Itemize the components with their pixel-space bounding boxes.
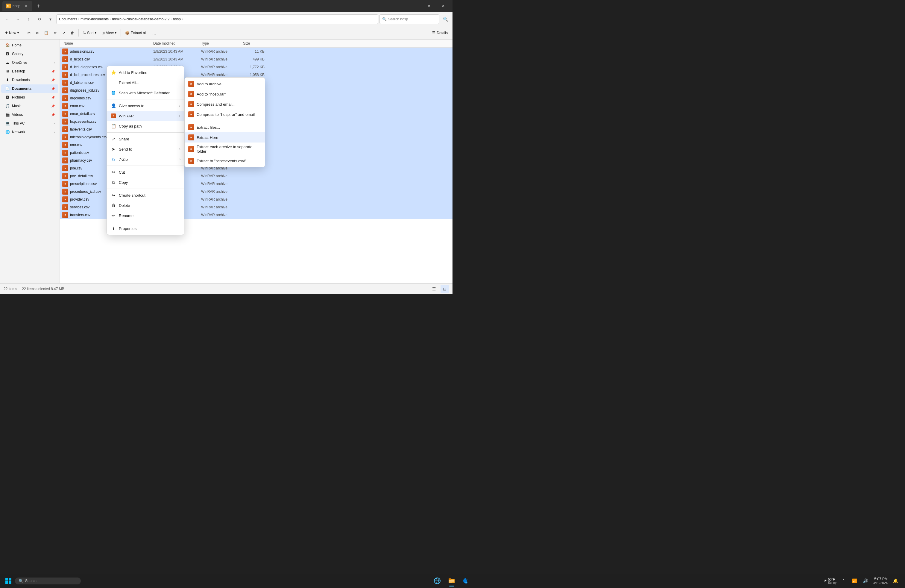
toolbar-separator-3 [121,29,121,37]
new-button[interactable]: ✚ New ▾ [2,28,21,38]
ctx-copy-path[interactable]: 📋 Copy as path [107,121,184,131]
tab-close-button[interactable]: ✕ [23,3,29,9]
list-view-button[interactable]: ☰ [430,285,438,293]
delete-button[interactable]: 🗑 [68,28,76,38]
table-row[interactable]: R admissions.csv 1/9/2023 10:43 AM WinRA… [60,48,452,56]
music-icon: 🎵 [5,103,10,109]
header-size: Size [242,41,266,46]
active-tab[interactable]: R hosp ✕ [2,1,32,11]
up-button[interactable]: ↑ [24,14,33,24]
file-name: emar_detail.csv [70,112,95,116]
sidebar-item-thispc[interactable]: 💻 This PC › [1,119,58,127]
details-label: Details [437,31,448,35]
delete-icon: 🗑 [71,31,74,35]
add-archive-icon: R [188,81,194,87]
new-dropdown-icon: ▾ [17,31,19,35]
new-tab-button[interactable]: + [33,1,43,11]
ctx-add-favorites[interactable]: ⭐ Add to Favorites [107,67,184,78]
close-button[interactable]: ✕ [437,1,450,11]
sub-add-archive[interactable]: R Add to archive... [185,79,265,89]
forward-button[interactable]: → [13,14,23,24]
details-button[interactable]: ☰ Details [430,28,450,38]
ctx-send-to[interactable]: ➤ Send to › [107,144,184,154]
extract-files-icon: R [188,124,194,130]
winrar-ctx-icon: R [110,113,116,119]
ctx-properties[interactable]: ℹ Properties [107,223,184,234]
header-date: Date modified [152,41,200,46]
view-dropdown-icon: ▾ [115,31,116,35]
restore-button[interactable]: ⧉ [422,1,436,11]
winrar-submenu: R Add to archive... R Add to "hosp.rar" … [184,77,265,167]
extract-button[interactable]: 📦 Extract all [123,28,149,38]
ctx-winrar[interactable]: R WinRAR › [107,111,184,121]
ctx-winrar-label: WinRAR [119,114,134,118]
ctx-extract-all[interactable]: Extract All... [107,78,184,88]
breadcrumb[interactable]: Documents › mimic-documents › mimic-iv-c… [56,14,378,24]
view-label: View [106,31,114,35]
sidebar-item-documents[interactable]: 📄 Documents 📌 [1,84,58,93]
sidebar-item-onedrive[interactable]: ☁ OneDrive › [1,58,58,67]
file-name: d_hcpcs.csv [70,57,90,61]
ctx-rename[interactable]: ✏ Rename [107,210,184,221]
sidebar-item-music[interactable]: 🎵 Music 📌 [1,102,58,110]
cut-button[interactable]: ✂ [25,28,33,38]
breadcrumb-mimic-documents[interactable]: mimic-documents [81,17,109,21]
search-button[interactable]: 🔍 [441,14,450,24]
breadcrumb-sep-4: › [182,17,183,21]
sub-sep-1 [185,121,265,121]
share-button[interactable]: ↗ [60,28,68,38]
rar-icon: R [62,150,68,156]
sidebar-item-videos[interactable]: 🎬 Videos 📌 [1,110,58,119]
minimize-button[interactable]: ─ [408,1,421,11]
file-size [242,215,266,216]
copy-button[interactable]: ⧉ [33,28,41,38]
refresh-button[interactable]: ↻ [35,14,44,24]
sub-compress-hosp-email[interactable]: R Compress to "hosp.rar" and email [185,109,265,119]
sub-extract-separate[interactable]: R Extract each archive to separate folde… [185,143,265,156]
view-button[interactable]: ⊞ View ▾ [99,28,119,38]
table-row[interactable]: R d_hcpcs.csv 1/9/2023 10:43 AM WinRAR a… [60,56,452,63]
sidebar-item-home[interactable]: 🏠 Home [1,41,58,49]
sub-extract-here[interactable]: R Extract Here [185,132,265,143]
breadcrumb-mimic-iv[interactable]: mimic-iv-clinical-database-demo-2.2 [112,17,169,21]
sidebar-item-gallery[interactable]: 🖼 Gallery [1,50,58,58]
details-view-button[interactable]: ⊟ [441,285,449,293]
ctx-cut[interactable]: ✂ Cut [107,167,184,177]
sub-extract-files[interactable]: R Extract files... [185,122,265,132]
ctx-7zip[interactable]: 7z 7-Zip › [107,154,184,164]
sub-extract-to-folder[interactable]: R Extract to "hcpcsevents.csv\" [185,156,265,166]
rename-button[interactable]: ✏ [51,28,59,38]
network-icon: 🌐 [5,129,10,135]
ctx-cut-label: Cut [119,170,125,175]
back-button[interactable]: ← [2,14,12,24]
rar-icon: R [62,64,68,70]
file-name: provider.csv [70,197,89,202]
more-button[interactable]: ... [150,28,159,38]
address-expand-button[interactable]: ▾ [46,14,55,24]
ctx-delete[interactable]: 🗑 Delete [107,200,184,210]
file-type: WinRAR archive [200,173,242,179]
sidebar-item-downloads[interactable]: ⬇ Downloads 📌 [1,76,58,84]
rar-icon: R [62,134,68,140]
sidebar-item-desktop[interactable]: 🖥 Desktop 📌 [1,67,58,75]
paste-button[interactable]: 📋 [41,28,51,38]
sub-compress-email[interactable]: R Compress and email... [185,99,265,109]
extract-folder-icon: R [188,158,194,164]
selected-count: 22 items selected 8.47 MB [22,287,64,291]
sub-add-hosp-rar[interactable]: R Add to "hosp.rar" [185,89,265,99]
breadcrumb-documents[interactable]: Documents [59,17,77,21]
ctx-give-access[interactable]: 👤 Give access to › [107,100,184,111]
sort-button[interactable]: ⇅ Sort ▾ [81,28,99,38]
ctx-create-shortcut[interactable]: ↪ Create shortcut [107,190,184,200]
breadcrumb-hosp[interactable]: hosp [173,17,181,21]
paste-icon: 📋 [44,31,49,35]
ctx-scan-defender[interactable]: Scan with Microsoft Defender... [107,88,184,98]
sub-extract-here-label: Extract Here [197,135,218,140]
file-name: admissions.csv [70,49,94,54]
search-box[interactable]: 🔍 Search hosp [379,14,439,24]
ctx-copy[interactable]: ⧉ Copy [107,177,184,188]
sidebar-item-network[interactable]: 🌐 Network › [1,128,58,136]
ctx-share[interactable]: ↗ Share [107,134,184,144]
sidebar-item-pictures[interactable]: 🖼 Pictures 📌 [1,93,58,102]
rar-icon: R [62,79,68,86]
